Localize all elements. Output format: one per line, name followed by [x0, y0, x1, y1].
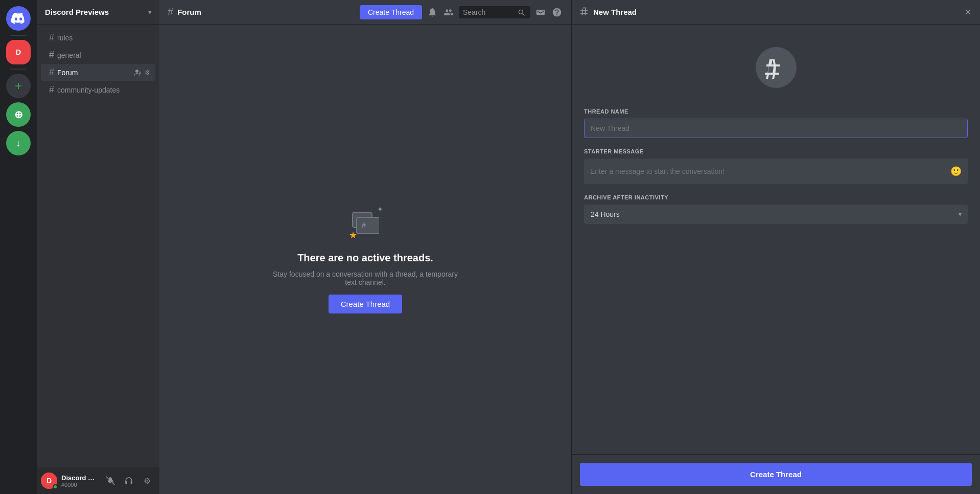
- panel-title: New Thread: [580, 6, 637, 18]
- user-avatar: D: [41, 473, 57, 489]
- server-divider: [10, 35, 27, 36]
- svg-text:#: #: [362, 221, 366, 229]
- archive-select-container: 1 Hour 24 Hours 3 Days 1 Week ▾: [584, 205, 968, 224]
- panel-header: New Thread ✕: [572, 0, 980, 25]
- server-avatar-letter: D: [16, 48, 21, 56]
- thread-name-field: THREAD NAME: [584, 108, 968, 138]
- server-divider-2: [10, 69, 27, 70]
- main-content: # Forum Create Thread ✦: [159, 0, 571, 494]
- archive-label: ARCHIVE AFTER INACTIVITY: [584, 194, 968, 200]
- add-server-button[interactable]: +: [6, 74, 31, 98]
- deafen-button[interactable]: [121, 473, 137, 489]
- chevron-down-icon: ▾: [148, 9, 151, 16]
- plus-icon: +: [15, 79, 22, 93]
- channel-item-general[interactable]: # general: [41, 47, 155, 63]
- compass-icon: ⊕: [14, 108, 23, 121]
- channels-list: # rules # general # Forum ⚙ # community-…: [37, 25, 159, 467]
- panel-body: THREAD NAME STARTER MESSAGE Enter a mess…: [572, 25, 980, 454]
- server-header[interactable]: Discord Previews ▾: [37, 0, 159, 25]
- search-bar[interactable]: [459, 6, 530, 18]
- starter-message-container[interactable]: Enter a message to start the conversatio…: [584, 159, 968, 184]
- empty-state: ✦ # ★ There are no active threads. Stay …: [268, 205, 462, 313]
- members-button[interactable]: [442, 6, 455, 18]
- svg-rect-2: [357, 217, 379, 234]
- channel-hash-icon: #: [49, 32, 54, 43]
- archive-select[interactable]: 1 Hour 24 Hours 3 Days 1 Week: [584, 205, 968, 224]
- channel-hash-icon: #: [49, 84, 54, 95]
- starter-message-placeholder: Enter a message to start the conversatio…: [590, 167, 950, 175]
- header-channel-name: Forum: [177, 8, 201, 16]
- channel-hash-icon: #: [49, 67, 54, 78]
- channel-item-community-updates[interactable]: # community-updates: [41, 81, 155, 98]
- empty-title: There are no active threads.: [297, 252, 433, 264]
- user-panel-icons: ⚙: [102, 473, 155, 489]
- search-input[interactable]: [463, 8, 514, 16]
- mute-button[interactable]: [102, 473, 119, 489]
- sparkle-icon: ✦: [377, 205, 383, 213]
- header-hash-icon: #: [168, 6, 173, 18]
- inbox-button[interactable]: [534, 6, 547, 18]
- panel-close-button[interactable]: ✕: [964, 7, 972, 18]
- channel-add-member-icon[interactable]: [133, 69, 141, 77]
- thread-icon-circle: [756, 47, 797, 88]
- user-tag: #0000: [61, 482, 98, 488]
- server-name: Discord Previews: [45, 8, 109, 16]
- user-panel: D Discord Pre... #0000 ⚙: [37, 467, 159, 494]
- channel-name-community-updates: community-updates: [57, 86, 151, 94]
- channel-name-general: general: [57, 51, 151, 59]
- empty-icon-area: ✦ # ★: [345, 205, 386, 246]
- archive-field: ARCHIVE AFTER INACTIVITY 1 Hour 24 Hours…: [584, 194, 968, 224]
- create-thread-center-button[interactable]: Create Thread: [329, 295, 402, 313]
- starter-message-label: STARTER MESSAGE: [584, 148, 968, 154]
- download-icon: ↓: [16, 138, 21, 149]
- forum-area: ✦ # ★ There are no active threads. Stay …: [159, 25, 571, 494]
- starter-message-field: STARTER MESSAGE Enter a message to start…: [584, 148, 968, 184]
- panel-hash-icon: [580, 6, 589, 18]
- server-sidebar: D + ⊕ ↓: [0, 0, 37, 494]
- channel-action-icons: ⚙: [133, 69, 151, 77]
- server-discord-previews[interactable]: D: [6, 40, 31, 64]
- panel-title-text: New Thread: [593, 8, 637, 16]
- channel-settings-icon[interactable]: ⚙: [143, 69, 151, 77]
- settings-button[interactable]: ⚙: [139, 473, 155, 489]
- download-button[interactable]: ↓: [6, 131, 31, 155]
- user-name: Discord Pre...: [61, 474, 98, 482]
- star-icon: ★: [349, 230, 357, 241]
- emoji-button[interactable]: 🙂: [950, 166, 962, 177]
- thread-icon-area: [584, 37, 968, 98]
- discord-home-icon[interactable]: [6, 6, 31, 31]
- channel-name-rules: rules: [57, 34, 151, 42]
- notifications-button[interactable]: [426, 6, 438, 18]
- thread-name-input[interactable]: [584, 119, 968, 138]
- channel-item-rules[interactable]: # rules: [41, 29, 155, 46]
- help-button[interactable]: [551, 6, 563, 18]
- panel-footer: Create Thread: [572, 454, 980, 494]
- user-info: Discord Pre... #0000: [61, 474, 98, 488]
- explore-servers-button[interactable]: ⊕: [6, 102, 31, 127]
- user-status-dot: [53, 484, 58, 489]
- channel-header: # Forum Create Thread: [159, 0, 571, 25]
- channel-item-forum[interactable]: # Forum ⚙: [41, 64, 155, 81]
- empty-description: Stay focused on a conversation with a th…: [268, 270, 462, 286]
- channel-sidebar: Discord Previews ▾ # rules # general # F…: [37, 0, 159, 494]
- channel-name-forum: Forum: [57, 69, 130, 77]
- header-create-thread-button[interactable]: Create Thread: [360, 5, 422, 19]
- create-thread-footer-button[interactable]: Create Thread: [580, 463, 972, 486]
- thread-name-label: THREAD NAME: [584, 108, 968, 115]
- new-thread-panel: New Thread ✕ THREAD NAME STARTER MESSAGE…: [571, 0, 980, 494]
- channel-hash-icon: #: [49, 50, 54, 60]
